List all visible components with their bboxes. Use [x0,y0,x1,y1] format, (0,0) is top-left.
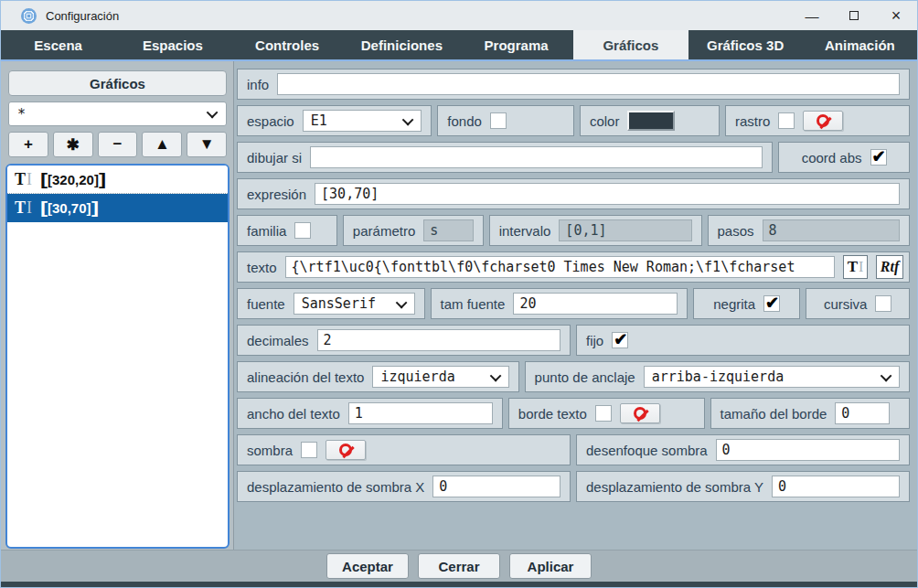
espacio-cell: espacio E1 [237,105,432,136]
ancho-texto-label: ancho del texto [247,406,340,422]
plain-text-button[interactable]: TI [843,255,868,279]
tab-gráficos-3d[interactable]: Gráficos 3D [688,30,803,59]
coord-abs-checkbox[interactable] [870,149,887,166]
maximize-button[interactable] [833,1,875,30]
anclaje-combo[interactable]: arriba-izquierda [644,366,900,388]
graphics-header: Gráficos [8,70,227,96]
sombra-nosign-button[interactable] [326,440,366,460]
fuente-label: fuente [247,296,285,312]
list-item-label: [[30,70]] [40,198,99,218]
negrita-checkbox[interactable] [763,295,780,312]
borde-texto-cell: borde texto [508,398,705,429]
pasos-cell: pasos [708,215,910,246]
decimales-field[interactable] [317,329,560,351]
sombra-checkbox[interactable] [301,442,317,458]
rastro-nosign-button[interactable] [803,111,843,131]
tab-definiciones[interactable]: Definiciones [345,30,459,59]
texto-field[interactable] [285,256,835,278]
pasos-label: pasos [718,223,754,239]
rastro-cell: rastro [725,105,910,136]
info-field[interactable] [277,73,900,95]
tab-programa[interactable]: Programa [459,30,573,59]
expresion-field[interactable] [315,183,900,205]
info-label: info [247,77,269,92]
no-sign-icon [817,114,829,127]
desenfoque-field[interactable] [716,439,900,461]
ibeam-icon: I [859,259,863,275]
title-bar: Configuración — × [1,1,917,30]
alineacion-value: izquierda [380,369,486,385]
despl-x-field[interactable] [432,476,560,497]
texto-cell: texto TI Rtf [237,251,910,283]
remove-button[interactable]: − [98,132,138,157]
close-button[interactable]: × [875,1,917,30]
fuente-combo[interactable]: SansSerif [294,293,415,315]
info-cell: info [237,69,910,100]
ancho-texto-field[interactable] [348,402,493,424]
rastro-checkbox[interactable] [778,112,795,129]
minimize-button[interactable]: — [791,1,833,30]
negrita-label: negrita [713,296,755,312]
tab-espacios[interactable]: Espacios [115,30,230,59]
parametro-cell: parámetro [343,215,484,246]
despl-y-label: desplazamiento de sombra Y [586,479,763,495]
cerrar-button[interactable]: Cerrar [418,553,500,579]
tamano-borde-field[interactable] [835,402,890,424]
anclaje-cell: punto de anclaje arriba-izquierda [525,361,910,392]
cursiva-checkbox[interactable] [875,295,891,312]
aceptar-button[interactable]: Aceptar [326,553,409,579]
aplicar-button[interactable]: Aplicar [509,553,592,579]
despl-x-label: desplazamiento de sombra X [247,479,424,495]
move-down-button[interactable]: ▼ [187,132,227,157]
tab-bar: EscenaEspaciosControlesDefinicionesProgr… [1,30,917,59]
asterisk-button[interactable]: ✱ [53,132,93,157]
parametro-label: parámetro [353,223,415,239]
add-button[interactable]: + [8,132,48,157]
list-item[interactable]: TI[[320,20]] [7,166,228,194]
list-item-label: [[320,20]] [40,170,106,189]
sombra-cell: sombra [237,434,571,465]
familia-checkbox[interactable] [294,222,311,239]
graphics-filter-combo[interactable]: * [8,102,227,126]
alineacion-label: alineación del texto [247,369,364,385]
tab-gráficos[interactable]: Gráficos [573,30,688,59]
tamano-borde-label: tamaño del borde [721,406,827,422]
alineacion-combo[interactable]: izquierda [372,366,508,388]
graphics-toolbar: +✱−▲▼ [8,132,227,157]
graphic-properties-form: info espacio E1 fondo color [234,61,917,550]
text-tool-icon: T [848,258,858,276]
move-up-button[interactable]: ▲ [142,132,182,157]
tab-animación[interactable]: Animación [803,30,917,59]
familia-label: familia [247,223,286,239]
dibujar-si-field[interactable] [310,146,763,168]
sombra-label: sombra [247,443,293,458]
rastro-label: rastro [735,113,770,129]
color-swatch[interactable] [627,111,675,131]
list-item[interactable]: TI[[30,70]] [7,194,228,222]
expresion-label: expresión [247,187,306,202]
negrita-cell: negrita [693,288,800,319]
tab-controles[interactable]: Controles [230,30,345,59]
tam-fuente-cell: tam fuente [431,288,688,319]
rtf-button[interactable]: Rtf [876,255,903,279]
decimales-label: decimales [247,333,309,348]
anclaje-label: punto de anclaje [535,369,635,385]
borde-texto-checkbox[interactable] [595,405,612,422]
filter-value: * [17,106,209,123]
color-cell: color [580,105,720,136]
borde-nosign-button[interactable] [620,403,660,423]
fuente-value: SansSerif [302,295,393,312]
tam-fuente-field[interactable] [513,293,678,315]
fondo-checkbox[interactable] [490,112,507,129]
expresion-cell: expresión [237,178,910,209]
fijo-checkbox[interactable] [612,332,628,348]
text-graphic-icon: TI [15,198,32,218]
pasos-field [763,219,900,241]
despl-y-field[interactable] [772,476,900,497]
intervalo-cell: intervalo [489,215,702,246]
graphics-list[interactable]: TI[[320,20]]TI[[30,70]] [5,164,230,549]
tab-escena[interactable]: Escena [1,30,115,59]
fondo-cell: fondo [437,105,574,136]
chevron-down-icon [395,296,407,308]
espacio-combo[interactable]: E1 [303,110,422,132]
